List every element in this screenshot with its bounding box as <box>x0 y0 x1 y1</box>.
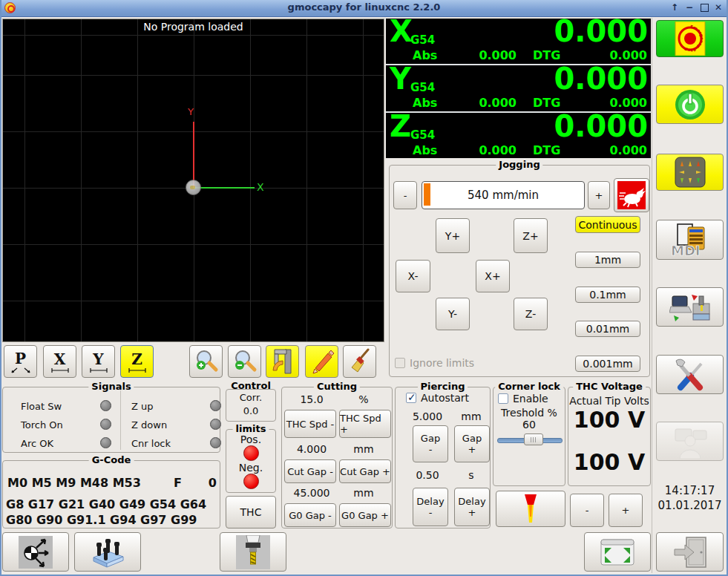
increment-1mm-button[interactable]: 1mm <box>575 252 640 268</box>
jog-y-minus-button[interactable]: Y- <box>436 298 470 330</box>
close-button[interactable]: ✕ <box>712 1 724 14</box>
probe-button[interactable] <box>74 532 141 572</box>
shade-button[interactable]: ↑ <box>669 1 681 14</box>
cutting-frame-title: Cutting <box>314 381 360 392</box>
pierce-gap-plus-button[interactable]: Gap + <box>454 425 490 462</box>
power-icon <box>673 88 707 122</box>
fullscreen-button[interactable] <box>584 532 651 572</box>
threshold-slider-handle[interactable] <box>524 433 543 445</box>
max-velocity-button[interactable] <box>614 178 649 212</box>
increment-0001mm-button[interactable]: 0.001mm <box>575 356 640 372</box>
auto-mode-button[interactable] <box>656 287 724 327</box>
user-settings-button <box>656 422 724 461</box>
jog-speed-plus-button[interactable]: + <box>588 181 610 209</box>
signal-torch-on-label: Torch On <box>21 419 63 431</box>
dro-row-y[interactable]: Y G54 0.000 Abs 0.000 DTG 0.000 <box>386 66 651 111</box>
view-z-button[interactable]: Z <box>120 345 154 378</box>
signal-z-up-label: Z up <box>131 401 154 412</box>
minimize-button[interactable]: − <box>683 1 695 14</box>
autostart-label: Autostart <box>421 392 469 404</box>
pierce-delay-minus-button[interactable]: Delay - <box>413 488 448 526</box>
dro-abs-label: Abs <box>413 143 437 157</box>
jog-x-minus-button[interactable]: X- <box>396 260 430 292</box>
torch-button[interactable] <box>496 491 565 527</box>
g0-gap-plus-button[interactable]: G0 Gap + <box>339 503 391 527</box>
dimensions-toggle-button[interactable] <box>266 345 299 378</box>
g0-gap-value: 45.000 <box>286 487 338 499</box>
g0-gap-minus-button[interactable]: G0 Gap - <box>284 503 336 527</box>
float-sw-led <box>100 400 111 411</box>
view-perspective-button[interactable]: P <box>4 345 37 378</box>
fullscreen-arrows-icon <box>598 537 637 568</box>
clear-plot-button[interactable] <box>343 345 376 378</box>
cut-gap-minus-button[interactable]: Cut Gap - <box>284 459 336 483</box>
maximize-button[interactable] <box>698 1 710 14</box>
increment-continuous-button[interactable]: Continuous <box>575 216 640 233</box>
thc-enable-button[interactable]: THC <box>226 496 276 528</box>
jog-speed-minus-button[interactable]: - <box>393 181 417 209</box>
view-x-button[interactable]: X <box>43 345 76 378</box>
jog-speed-slider[interactable]: 540 mm/min <box>422 181 585 209</box>
autostart-checkbox[interactable] <box>406 393 416 403</box>
zoom-out-button[interactable] <box>228 345 261 378</box>
ignore-limits-checkbox[interactable] <box>395 358 405 368</box>
jog-z-minus-button[interactable]: Z- <box>514 298 548 330</box>
clock: 14:17:17 01.01.2017 <box>654 483 726 513</box>
tool-change-button[interactable] <box>220 532 286 572</box>
dro-dtg-value: 0.000 <box>609 48 647 62</box>
jogging-frame-title: Jogging <box>496 159 542 170</box>
signal-cnr-lock-label: Cnr lock <box>131 438 171 449</box>
signal-z-down-label: Z down <box>131 419 167 431</box>
cut-gap-plus-button[interactable]: Cut Gap + <box>339 459 391 483</box>
edit-gcode-button[interactable] <box>305 345 338 378</box>
jog-x-plus-button[interactable]: X+ <box>476 260 510 292</box>
gap-label: Gap <box>421 433 440 444</box>
mdi-mode-button[interactable]: MDI <box>656 220 724 260</box>
dro-row-z[interactable]: Z G54 0.000 Abs 0.000 DTG 0.000 <box>386 114 651 158</box>
gremlin-preview[interactable]: No Program loaded Y X <box>2 19 384 342</box>
minus-sign: - <box>429 507 433 518</box>
limits-frame-title: limits <box>233 423 269 434</box>
voltage-minus-button[interactable]: - <box>570 494 604 527</box>
dro-abs-label: Abs <box>413 96 437 110</box>
voltage-plus-button[interactable]: + <box>609 494 643 527</box>
limit-neg-label: Neg. <box>226 462 276 474</box>
view-p-letter: P <box>15 350 26 367</box>
touch-off-button[interactable] <box>2 532 69 572</box>
torch-flame-icon <box>521 494 540 524</box>
zoom-in-button[interactable] <box>189 345 223 378</box>
clock-date: 01.01.2017 <box>654 498 726 513</box>
thc-speed-plus-button[interactable]: THC Spd + <box>339 410 391 438</box>
preview-message: No Program loaded <box>3 21 384 33</box>
manual-mode-button[interactable] <box>656 154 724 191</box>
delay-label: Delay <box>416 496 444 507</box>
corner-lock-enable-checkbox[interactable] <box>498 393 508 404</box>
actual-tip-volts-label: Actual Tip Volts <box>568 395 651 407</box>
pierce-delay-plus-button[interactable]: Delay + <box>454 488 490 526</box>
increment-001mm-button[interactable]: 0.01mm <box>575 321 640 337</box>
tool-position-marker <box>186 180 201 195</box>
settings-button[interactable] <box>656 355 724 394</box>
jog-y-plus-button[interactable]: Y+ <box>436 218 470 253</box>
view-y-button[interactable]: Y <box>82 345 115 378</box>
pierce-gap-minus-button[interactable]: Gap - <box>413 425 448 462</box>
dro-dtg-value: 0.000 <box>609 143 647 157</box>
dro-panel[interactable]: X G54 0.000 Abs 0.000 DTG 0.000 Y G54 0.… <box>386 19 651 158</box>
dimension-line-icon <box>128 368 146 373</box>
dro-main-value: 0.000 <box>554 14 648 48</box>
emergency-stop-button[interactable]: Emergency-Stop <box>656 20 724 57</box>
pierce-delay-unit: s <box>455 469 488 481</box>
thc-speed-minus-button[interactable]: THC Spd - <box>284 410 336 438</box>
dro-dtg-label: DTG <box>533 48 560 62</box>
dimension-line-icon <box>90 368 108 373</box>
cut-gap-value: 4.000 <box>286 443 338 455</box>
increment-01mm-button[interactable]: 0.1mm <box>575 287 640 303</box>
jog-z-plus-button[interactable]: Z+ <box>514 218 548 253</box>
panel-divider <box>652 18 652 573</box>
machine-on-button[interactable] <box>656 85 724 124</box>
dro-row-x[interactable]: X G54 0.000 Abs 0.000 DTG 0.000 <box>386 19 651 63</box>
dro-separator <box>386 64 651 65</box>
exit-button[interactable] <box>656 532 724 572</box>
thc-speed-value: 15.0 <box>286 393 338 405</box>
titlebar[interactable]: gmoccapy for linuxcnc 2.2.0 ↑ − ✕ <box>0 0 728 17</box>
